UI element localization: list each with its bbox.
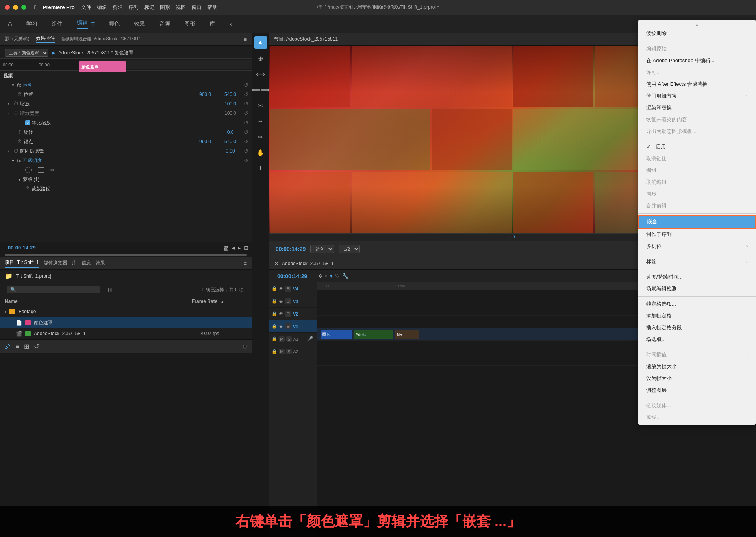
clip-adobe-stock[interactable]: Ado fx	[354, 330, 393, 339]
effect-clip-selector[interactable]: 主要 * 颜色遮罩	[5, 49, 48, 57]
scale-width-value[interactable]: 100.0	[219, 111, 242, 116]
ctx-enable[interactable]: ✓ 启用	[638, 141, 756, 153]
ctx-adjustment-layer[interactable]: 调整图层	[638, 384, 756, 396]
menu-view[interactable]: 视图	[176, 4, 186, 11]
new-item-icon[interactable]: 🖊	[5, 343, 11, 350]
ctx-multicam[interactable]: 多机位 ›	[638, 240, 756, 252]
ctx-nest[interactable]: 嵌套...	[638, 215, 756, 229]
quality-selector[interactable]: 1/2	[339, 245, 360, 253]
ctx-make-subseq[interactable]: 制作子序列	[638, 229, 756, 240]
scale-reset-icon[interactable]: ↺	[244, 101, 248, 107]
clip-fx-color[interactable]: 颜 fx	[321, 330, 352, 339]
anchor-y-value[interactable]: 540.0	[219, 139, 242, 144]
menu-sequence[interactable]: 序列	[128, 4, 139, 11]
v2-vis-icon[interactable]: 👁	[279, 312, 283, 316]
ctx-restore-unrendered[interactable]: 恢复未渲染的内容	[638, 114, 756, 125]
nav-edit[interactable]: 编辑	[77, 19, 88, 29]
nav-color[interactable]: 颜色	[109, 20, 120, 28]
opacity-row[interactable]: ▼ ƒx 不透明度 ↺	[0, 156, 252, 165]
a1-mute-btn[interactable]: M	[279, 336, 285, 342]
nav-audio[interactable]: 音频	[159, 20, 170, 28]
anchor-reset-icon[interactable]: ↺	[244, 138, 248, 145]
ctx-export-motion[interactable]: 导出为动态图形模板...	[638, 125, 756, 137]
search-input[interactable]	[19, 287, 97, 292]
menu-file[interactable]: 文件	[81, 4, 91, 11]
ctx-scale-to-frame[interactable]: 缩放为帧大小	[638, 361, 756, 373]
v3-track-icon[interactable]: ⊞	[285, 298, 291, 304]
opacity-reset-icon[interactable]: ↺	[244, 157, 248, 164]
v4-track-icon[interactable]: ⊞	[285, 286, 291, 292]
home-icon[interactable]: ⌂	[8, 20, 12, 28]
ctx-group[interactable]: 编组	[638, 164, 756, 176]
ctx-sync[interactable]: 同步	[638, 188, 756, 200]
seq-tool-clip[interactable]: ⌖	[325, 273, 328, 279]
ctx-field-options[interactable]: 场选项...	[638, 334, 756, 345]
ctx-edit-original[interactable]: 编辑原始	[638, 43, 756, 55]
a2-mute-btn[interactable]: M	[279, 349, 285, 354]
position-row[interactable]: ⏱ 位置 960.0 540.0 ↺	[0, 90, 252, 99]
ctx-unlink[interactable]: 取消链接	[638, 153, 756, 164]
uniform-scale-reset-icon[interactable]: ↺	[244, 120, 248, 126]
ripple-tool[interactable]: ⟺	[254, 68, 267, 80]
ctx-speed[interactable]: 速度/持续时间...	[638, 271, 756, 283]
nav-more-icon[interactable]: »	[229, 21, 232, 27]
search-bar[interactable]: 🔍	[7, 286, 100, 293]
seq-close-btn[interactable]: ✕	[274, 260, 279, 267]
text-tool[interactable]: T	[254, 162, 267, 175]
list-view-icon[interactable]: ≡	[16, 343, 19, 350]
razor-tool[interactable]: ✂	[254, 99, 267, 112]
anchor-row[interactable]: ⏱ 锚点 960.0 540.0 ↺	[0, 137, 252, 146]
fit-selector[interactable]: 适合	[310, 245, 334, 253]
nav-library[interactable]: 库	[209, 20, 215, 28]
position-reset-icon[interactable]: ↺	[244, 91, 248, 98]
v1-lock-icon[interactable]: 🔒	[272, 324, 277, 329]
ctx-ungroup[interactable]: 取消编组	[638, 176, 756, 188]
menu-window[interactable]: 窗口	[191, 4, 202, 11]
ctx-link-media[interactable]: 链接媒体...	[638, 400, 756, 412]
menu-clip[interactable]: 剪辑	[113, 4, 123, 11]
minimize-button[interactable]	[13, 5, 18, 10]
source-scrollbar[interactable]	[0, 253, 252, 257]
seq-tool-marker[interactable]: ▾	[330, 273, 333, 279]
ctx-add-frame-hold[interactable]: 添加帧定格	[638, 310, 756, 322]
tab-audio-mixer[interactable]: 音频剪辑混合器: AdobeStock_205715811	[61, 36, 141, 42]
menu-edit[interactable]: 编辑	[97, 4, 107, 11]
blend-rect-icon[interactable]	[38, 167, 44, 173]
list-item[interactable]: › Footage	[0, 306, 252, 317]
select-tool[interactable]: ▲	[254, 36, 267, 49]
v2-track-icon[interactable]: ⊞	[285, 311, 291, 317]
scale-value[interactable]: 100.0	[219, 101, 242, 107]
position-y-value[interactable]: 540.0	[219, 92, 242, 97]
rotation-reset-icon[interactable]: ↺	[244, 129, 248, 135]
scale-row[interactable]: › ⏱ 缩放 100.0 ↺	[0, 99, 252, 109]
scale-width-row[interactable]: › ⏱ 缩放宽度 100.0 ↺	[0, 109, 252, 118]
seq-tool-heart[interactable]: ♡	[335, 273, 340, 279]
nav-effects[interactable]: 效果	[134, 20, 145, 28]
source-scroll-thumb[interactable]	[5, 254, 247, 256]
source-transport-icon3[interactable]: ▸	[238, 245, 241, 251]
ctx-render-replace[interactable]: 渲染和替换...	[638, 102, 756, 114]
source-transport-icon2[interactable]: ◂	[232, 245, 235, 251]
ctx-after-effects[interactable]: 使用 After Effects 合成替换	[638, 78, 756, 90]
ctx-merge[interactable]: 合并前辑	[638, 200, 756, 212]
tab-project[interactable]: 项目: Tilt Shift_1	[5, 259, 39, 268]
uniform-scale-row[interactable]: ✓ 等比缩放 ↺	[0, 118, 252, 127]
uniform-scale-checkbox-area[interactable]: ✓ 等比缩放	[25, 120, 51, 126]
anti-flicker-row[interactable]: › ⏱ 防闪烁滤镜 0.00 ↺	[0, 146, 252, 156]
af-reset-icon[interactable]: ↺	[244, 148, 248, 154]
ctx-offline[interactable]: 离线...	[638, 412, 756, 423]
motion-row[interactable]: ▼ ƒx 运动 ↺	[0, 80, 252, 90]
refresh-icon[interactable]: ↺	[34, 343, 39, 350]
seq-tool-magnet[interactable]: ✲	[318, 273, 322, 279]
tab-source[interactable]: 源: (无剪辑)	[5, 35, 30, 43]
v4-vis-icon[interactable]: 👁	[279, 286, 283, 291]
rotation-value[interactable]: 0.0	[219, 129, 242, 135]
clip-nest[interactable]: Ne	[395, 330, 419, 339]
find-icon[interactable]: ⊞	[107, 286, 113, 293]
close-button[interactable]	[5, 5, 10, 10]
motion-reset-icon[interactable]: ↺	[244, 82, 248, 88]
ctx-frame-hold[interactable]: 帧定格选项...	[638, 298, 756, 310]
a2-solo-btn[interactable]: S	[286, 349, 291, 354]
ctx-replace-clip[interactable]: 使用剪辑替换 ›	[638, 90, 756, 102]
v3-vis-icon[interactable]: 👁	[279, 299, 283, 304]
